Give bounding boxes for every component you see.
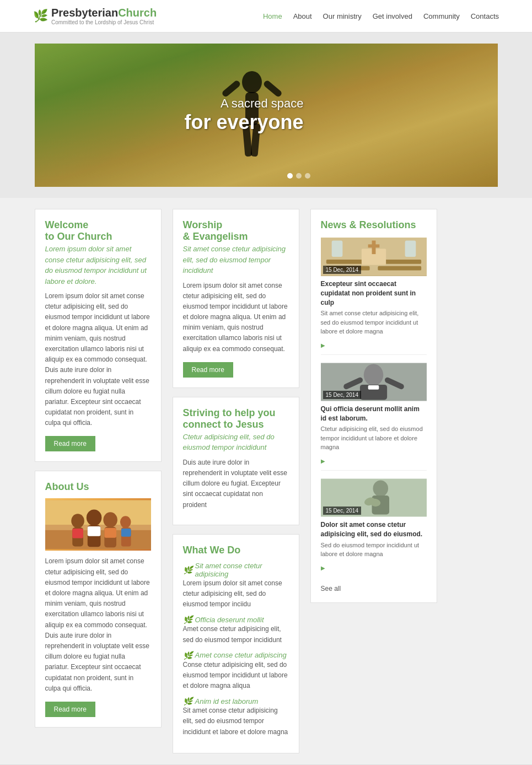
svg-point-9 [71, 514, 84, 528]
worship-green-text: Sit amet conse ctetur adipisicing elit, … [183, 244, 289, 276]
welcome-body: Lorem ipsum dolor sit amet conse ctetur … [45, 291, 151, 428]
hero-text: A sacred space for everyone [184, 96, 347, 134]
svg-rect-18 [87, 526, 100, 536]
striving-title: Striving to help you connect to Jesus [183, 407, 289, 430]
content-grid: Welcome to Our Church Lorem ipsum dolor … [35, 209, 498, 753]
hero-section: A sacred space for everyone [0, 33, 532, 198]
main-nav: Home About Our ministry Get involved Com… [263, 12, 499, 20]
svg-rect-31 [405, 240, 416, 257]
svg-point-0 [242, 71, 262, 93]
svg-rect-29 [368, 244, 379, 247]
news-image-2: 15 Dec, 2014 [321, 363, 427, 401]
what-item-4-body: Sit amet conse ctetur adipisicing elit, … [183, 705, 289, 737]
hero-dot-2[interactable] [296, 173, 302, 179]
news-item-1: 15 Dec, 2014 Excepteur sint occaecat cup… [321, 238, 427, 355]
news-arrow-3: ▶ [321, 565, 325, 571]
striving-body: Duis aute irure dolor in reprehenderit i… [183, 457, 289, 510]
news-date-2: 15 Dec, 2014 [323, 391, 362, 399]
welcome-card: Welcome to Our Church Lorem ipsum dolor … [35, 209, 162, 462]
leaf-icon: 🌿 [33, 9, 48, 23]
what-item-3: 🌿Amet conse ctetur adipiscing Conse ctet… [183, 651, 289, 692]
svg-point-13 [103, 512, 117, 527]
middle-column: Worship & Evangelism Sit amet conse ctet… [173, 209, 299, 753]
what-item-4-title: 🌿Anim id est laborum [183, 697, 289, 705]
about-image [45, 498, 151, 551]
about-body: Lorem ipsum dolor sit amet conse ctetur … [45, 556, 151, 693]
leaf-icon-1: 🌿 [183, 565, 192, 574]
news-item-2: 15 Dec, 2014 Qui officia deserunt mollit… [321, 363, 427, 471]
about-read-more[interactable]: Read more [45, 702, 95, 717]
hero-line1: A sacred space [184, 96, 303, 111]
news-image-1: 15 Dec, 2014 [321, 238, 427, 276]
what-item-1-title: 🌿Sit amet conse ctetur adipisicing [183, 562, 289, 578]
what-item-1: 🌿Sit amet conse ctetur adipisicing Lorem… [183, 562, 289, 610]
what-item-2-title: 🌿Officia deserunt mollit [183, 615, 289, 624]
leaf-icon-2: 🌿 [183, 615, 192, 624]
nav-community[interactable]: Community [423, 12, 460, 20]
striving-card: Striving to help you connect to Jesus Ct… [173, 397, 299, 525]
header: 🌿 PresbyterianChurch Committed to the Lo… [0, 0, 532, 33]
worship-title: Worship & Evangelism [183, 219, 289, 243]
svg-rect-19 [104, 528, 116, 538]
welcome-green-text: Lorem ipsum dolor sit amet conse ctetur … [45, 244, 151, 287]
hero-line2: for everyone [184, 111, 303, 134]
about-title: About Us [45, 481, 151, 493]
nav-contacts[interactable]: Contacts [471, 12, 499, 20]
nav-about[interactable]: About [293, 12, 312, 20]
about-card: About Us [35, 471, 162, 727]
svg-rect-3 [262, 79, 283, 98]
what-item-4: 🌿Anim id est laborum Sit amet conse ctet… [183, 697, 289, 737]
news-arrow-1: ▶ [321, 342, 325, 348]
worship-read-more[interactable]: Read more [183, 362, 233, 378]
main-content: Welcome to Our Church Lorem ipsum dolor … [0, 198, 532, 764]
what-item-2: 🌿Officia deserunt mollit Amet conse ctet… [183, 615, 289, 645]
nav-home[interactable]: Home [263, 12, 282, 20]
svg-rect-2 [221, 79, 241, 98]
worship-body: Lorem ipsum dolor sit amet conse ctetur … [183, 281, 289, 354]
hero-dots [287, 173, 310, 179]
svg-point-15 [120, 516, 131, 528]
see-all-link[interactable]: See all [321, 585, 427, 592]
what-item-3-body: Conse ctetur adipisicing elit, sed do ei… [183, 660, 289, 692]
logo: 🌿 PresbyterianChurch Committed to the Lo… [33, 7, 157, 25]
svg-rect-20 [121, 529, 131, 537]
svg-point-11 [86, 509, 101, 526]
welcome-read-more[interactable]: Read more [45, 436, 95, 451]
left-column: Welcome to Our Church Lorem ipsum dolor … [35, 209, 162, 753]
worship-card: Worship & Evangelism Sit amet conse ctet… [173, 209, 299, 388]
news-item-3: 15 Dec, 2014 Dolor sit amet conse ctetur… [321, 478, 427, 577]
news-arrow-2: ▶ [321, 458, 325, 464]
svg-rect-35 [368, 385, 379, 390]
welcome-title: Welcome to Our Church [45, 219, 151, 243]
svg-point-39 [373, 480, 388, 497]
what-we-do-card: What We Do 🌿Sit amet conse ctetur adipis… [173, 534, 299, 753]
nav-get-involved[interactable]: Get involved [373, 12, 412, 20]
news-heading-1: Excepteur sint occaecat cupidatat non pr… [321, 279, 427, 307]
news-title: News & Resolutions [321, 219, 427, 231]
what-item-3-title: 🌿Amet conse ctetur adipiscing [183, 651, 289, 660]
right-column: News & Resolutions [310, 209, 437, 753]
hero-dot-3[interactable] [305, 173, 310, 179]
nav-ministry[interactable]: Our ministry [323, 12, 362, 20]
logo-tagline: Committed to the Lordship of Jesus Chris… [51, 19, 157, 25]
news-heading-2: Qui officia deserunt mollit anim id est … [321, 405, 427, 423]
hero-dot-1[interactable] [287, 173, 293, 179]
logo-text: PresbyterianChurch [51, 7, 157, 19]
svg-rect-26 [378, 266, 421, 271]
what-item-2-body: Amet conse ctetur adipisicing elit, sed … [183, 624, 289, 645]
leaf-icon-3: 🌿 [183, 651, 192, 660]
news-image-3: 15 Dec, 2014 [321, 478, 427, 517]
news-date-3: 15 Dec, 2014 [323, 507, 362, 515]
news-heading-3: Dolor sit amet conse ctetur adipisicing … [321, 520, 427, 539]
striving-green-text: Ctetur adipisicing elit, sed do eiusmod … [183, 432, 289, 453]
news-date-1: 15 Dec, 2014 [323, 266, 362, 274]
svg-rect-30 [331, 240, 342, 257]
what-we-do-title: What We Do [183, 545, 289, 556]
news-body-2: Ctetur adipisicing elit, sed do eiusmod … [321, 424, 427, 452]
svg-rect-17 [72, 529, 83, 538]
news-body-1: Sit amet conse ctetur adipisicing elit, … [321, 309, 427, 336]
news-card: News & Resolutions [310, 209, 437, 603]
svg-point-33 [363, 364, 383, 385]
leaf-icon-4: 🌿 [183, 697, 192, 705]
what-item-1-body: Lorem ipsum dolor sit amet conse ctetur … [183, 578, 289, 610]
